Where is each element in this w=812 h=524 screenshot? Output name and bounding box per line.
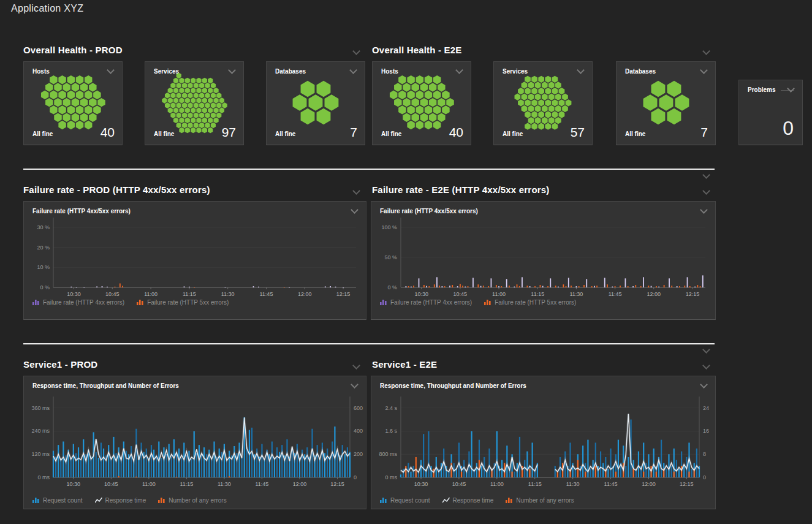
y-axis-tick-label: 16 [703, 428, 709, 434]
legend-item[interactable]: Failure rate (HTTP 5xx errors) [137, 298, 229, 306]
hexagon [559, 111, 565, 118]
x-axis-tick-label: 11:15 [531, 291, 544, 297]
hexagon [173, 77, 178, 83]
x-axis-tick-label: 11:00 [142, 481, 156, 487]
hexagon [531, 88, 537, 94]
health-tile-hosts-e2e[interactable]: Hosts All fine 40 [372, 61, 471, 145]
chevron-down-icon[interactable] [702, 47, 710, 55]
hexagon [562, 105, 568, 112]
hexagon [317, 81, 331, 97]
hexagon [552, 75, 558, 82]
x-axis-tick-label: 10:45 [453, 291, 468, 297]
hexagon [525, 99, 531, 106]
hexagon [525, 111, 531, 118]
chevron-down-icon[interactable] [702, 171, 710, 179]
hexagon [182, 93, 187, 99]
hexagon [420, 83, 428, 92]
hexagon [518, 88, 524, 94]
hexagon [75, 75, 83, 84]
legend-item[interactable]: Failure rate (HTTP 4xx errors) [380, 298, 472, 306]
bar-series-icon [484, 298, 491, 306]
hexagon [170, 102, 175, 108]
hexagon [438, 98, 446, 107]
hexagon [89, 83, 97, 92]
x-axis-tick-label: 12:00 [298, 291, 312, 297]
failure-rate-prod-tile[interactable]: Failure rate (HTTP 4xx/5xx errors) 30 %2… [23, 201, 366, 320]
hexagon [525, 75, 531, 82]
chevron-down-icon[interactable] [700, 66, 708, 74]
health-tile-services-prod[interactable]: Services All fine 97 [145, 61, 244, 145]
hexagon [643, 94, 657, 110]
legend-item[interactable]: Request count [32, 496, 83, 504]
chevron-down-icon[interactable] [702, 346, 710, 354]
hexagon [202, 117, 207, 123]
hexagon [71, 113, 79, 122]
entity-count: 57 [571, 125, 585, 140]
health-tile-services-e2e[interactable]: Services All fine 57 [493, 61, 593, 145]
hexagon [411, 83, 419, 92]
legend-item[interactable]: Response time [442, 496, 494, 504]
legend-item[interactable]: Request count [380, 496, 430, 504]
legend-item[interactable]: Failure rate (HTTP 4xx errors) [32, 298, 124, 306]
bar-series-icon [32, 298, 40, 306]
failure-rate-e2e-tile[interactable]: Failure rate (HTTP 4xx/5xx errors) 100 %… [371, 201, 716, 320]
hexagon [170, 112, 175, 118]
hexagon [182, 122, 187, 128]
hexagon [199, 93, 204, 99]
service1-prod-tile[interactable]: Response time, Throughput and Number of … [23, 376, 366, 509]
bar-series-icon [158, 496, 165, 504]
hexagon [80, 83, 88, 92]
chevron-down-icon[interactable] [352, 47, 360, 55]
hexagon [424, 106, 432, 115]
chevron-down-icon[interactable] [787, 85, 795, 93]
hexagon [173, 88, 178, 94]
chevron-down-icon[interactable] [349, 66, 357, 74]
hexagon [424, 121, 432, 129]
hexagon [420, 98, 428, 107]
hexagon [80, 98, 88, 107]
hexagon [528, 82, 534, 88]
x-axis-tick-label: 11:15 [180, 481, 193, 487]
legend-item[interactable]: Number of any errors [506, 496, 574, 504]
tile-title: Databases [625, 68, 656, 75]
chevron-down-icon[interactable] [352, 362, 360, 370]
line-series-icon [95, 496, 102, 504]
y-axis-tick-label: 0 ms [385, 474, 397, 480]
chart-legend: Request countResponse timeNumber of any … [380, 496, 574, 504]
hexagon [50, 75, 58, 84]
hexagon [415, 91, 423, 99]
x-axis-tick-label: 10:45 [104, 481, 118, 487]
hexagon [528, 105, 534, 112]
health-tile-databases-e2e[interactable]: Databases All fine 7 [616, 61, 716, 145]
section-separator [23, 343, 715, 344]
hexagon [202, 77, 207, 83]
chevron-down-icon[interactable] [352, 187, 360, 195]
hexagon [535, 82, 541, 88]
hexagon [176, 122, 181, 128]
legend-item[interactable]: Failure rate (HTTP 5xx errors) [484, 298, 576, 306]
service1-e2e-tile[interactable]: Response time, Throughput and Number of … [371, 376, 716, 509]
problems-tile[interactable]: Problems 0 [738, 80, 803, 145]
hexagon [179, 77, 184, 83]
chevron-down-icon[interactable] [577, 66, 585, 74]
hexagon [411, 98, 419, 107]
chevron-down-icon[interactable] [702, 362, 710, 370]
hexagon [213, 107, 218, 113]
health-tile-databases-prod[interactable]: Databases All fine 7 [266, 61, 365, 145]
chevron-down-icon[interactable] [455, 66, 463, 74]
hexagon [548, 82, 555, 88]
hexagon [442, 91, 449, 99]
legend-item[interactable]: Number of any errors [158, 496, 226, 504]
x-axis-tick-label: 10:45 [105, 291, 120, 297]
bar-series-icon [380, 496, 387, 504]
hexagon [442, 106, 449, 115]
hexagon [545, 75, 551, 82]
health-tile-hosts-prod[interactable]: Hosts All fine 40 [23, 61, 123, 145]
chevron-down-icon[interactable] [107, 66, 115, 74]
chevron-down-icon[interactable] [702, 187, 710, 195]
chevron-down-icon[interactable] [228, 66, 236, 74]
y-axis-tick-label: 0 % [40, 284, 50, 290]
hexagon [535, 93, 541, 100]
hexagon [205, 93, 210, 99]
legend-item[interactable]: Response time [95, 496, 146, 504]
